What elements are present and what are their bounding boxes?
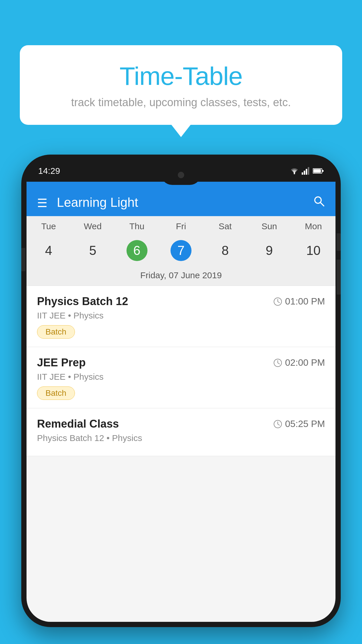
day-number-6[interactable]: 6	[115, 237, 159, 264]
bubble-title: Time-Table	[37, 61, 325, 91]
power-button-top	[337, 233, 341, 251]
battery-icon	[313, 168, 324, 174]
day-header-mon: Mon	[291, 216, 335, 234]
day-number-5[interactable]: 5	[71, 237, 115, 264]
svg-rect-3	[306, 169, 307, 175]
phone-screen: ☰ Learning Light TueWedThuFriSatSunMon 4…	[27, 160, 335, 622]
selected-date-label: Friday, 07 June 2019	[27, 267, 335, 286]
day-number-4[interactable]: 4	[27, 237, 71, 264]
speech-bubble: Time-Table track timetable, upcoming cla…	[20, 45, 342, 125]
volume-button	[21, 248, 25, 271]
day-header-fri: Fri	[159, 216, 203, 234]
wifi-icon	[289, 167, 299, 175]
schedule-item-1[interactable]: JEE Prep 02:00 PMIIT JEE • PhysicsBatch	[27, 347, 335, 408]
svg-rect-1	[302, 172, 303, 175]
day-number-7[interactable]: 7	[159, 237, 203, 264]
svg-line-15	[278, 363, 280, 364]
speech-bubble-container: Time-Table track timetable, upcoming cla…	[20, 45, 342, 125]
power-button-bottom	[337, 260, 341, 295]
clock-icon	[273, 297, 282, 306]
schedule-title-2: Remedial Class	[37, 418, 119, 430]
day-header-thu: Thu	[115, 216, 159, 234]
day-header-sat: Sat	[203, 216, 247, 234]
search-icon[interactable]	[313, 195, 325, 210]
schedule-title-0: Physics Batch 12	[37, 295, 128, 308]
camera	[178, 172, 184, 178]
day-number-10[interactable]: 10	[291, 237, 335, 264]
phone-outer: 14:29	[21, 155, 341, 627]
schedule-list: Physics Batch 12 01:00 PMIIT JEE • Physi…	[27, 286, 335, 456]
schedule-time-0: 01:00 PM	[273, 296, 325, 307]
day-number-9[interactable]: 9	[247, 237, 291, 264]
schedule-subtitle-0: IIT JEE • Physics	[37, 311, 325, 321]
menu-icon[interactable]: ☰	[37, 196, 48, 210]
phone-time: 14:29	[38, 166, 60, 176]
clock-icon	[273, 420, 282, 428]
svg-rect-6	[313, 169, 321, 173]
svg-rect-4	[308, 167, 309, 175]
app-bar: ☰ Learning Light	[27, 182, 335, 216]
batch-badge-0: Batch	[37, 325, 75, 339]
status-icons	[289, 167, 324, 175]
svg-line-18	[278, 424, 280, 425]
clock-icon	[273, 358, 282, 367]
bubble-subtitle: track timetable, upcoming classes, tests…	[37, 96, 325, 109]
svg-rect-2	[304, 171, 305, 175]
schedule-time-1: 02:00 PM	[273, 357, 325, 368]
day-number-8[interactable]: 8	[203, 237, 247, 264]
day-header-tue: Tue	[27, 216, 71, 234]
schedule-time-2: 05:25 PM	[273, 419, 325, 429]
svg-line-9	[320, 202, 324, 206]
phone-frame: 14:29	[21, 155, 341, 644]
day-header-sun: Sun	[247, 216, 291, 234]
app-title: Learning Light	[57, 195, 313, 210]
schedule-item-0[interactable]: Physics Batch 12 01:00 PMIIT JEE • Physi…	[27, 286, 335, 347]
day-headers: TueWedThuFriSatSunMon	[27, 216, 335, 234]
svg-rect-7	[322, 170, 324, 172]
status-bar: 14:29	[27, 160, 335, 182]
signal-icon	[302, 167, 310, 175]
schedule-item-2[interactable]: Remedial Class 05:25 PMPhysics Batch 12 …	[27, 408, 335, 456]
phone-notch	[161, 165, 201, 185]
svg-line-12	[278, 302, 280, 303]
day-header-wed: Wed	[71, 216, 115, 234]
schedule-title-1: JEE Prep	[37, 356, 86, 369]
schedule-subtitle-2: Physics Batch 12 • Physics	[37, 433, 325, 443]
svg-point-0	[294, 173, 295, 174]
calendar-strip: TueWedThuFriSatSunMon 45678910 Friday, 0…	[27, 216, 335, 286]
schedule-subtitle-1: IIT JEE • Physics	[37, 372, 325, 382]
day-numbers: 45678910	[27, 234, 335, 267]
batch-badge-1: Batch	[37, 386, 75, 400]
